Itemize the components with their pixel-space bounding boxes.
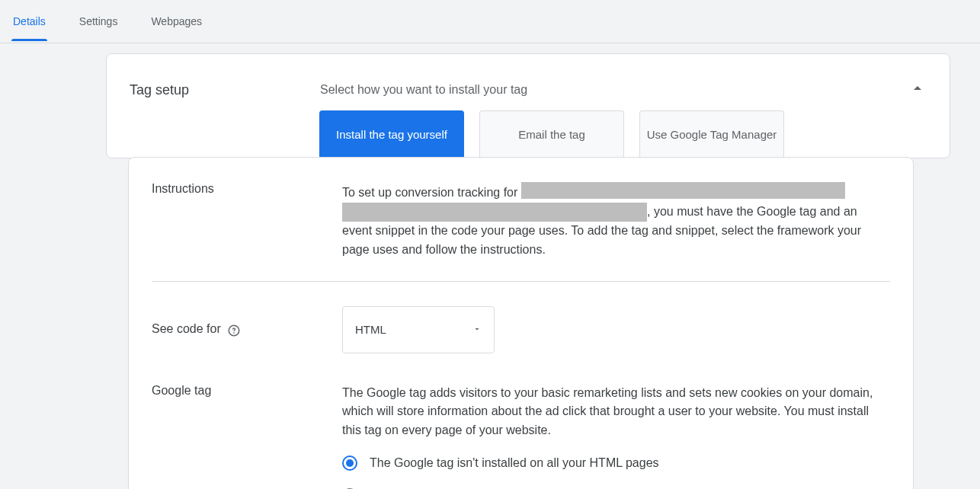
instructions-panel: Instructions To set up conversion tracki… <box>128 157 914 489</box>
chevron-up-icon[interactable] <box>908 79 927 101</box>
radio-icon <box>342 455 357 471</box>
framework-select[interactable]: HTML <box>342 306 495 353</box>
redacted-block <box>521 182 845 199</box>
see-code-section: See code for HTML <box>152 282 890 360</box>
method-install-yourself[interactable]: Install the tag yourself <box>319 110 464 158</box>
instructions-label: Instructions <box>152 182 342 260</box>
framework-select-value: HTML <box>355 321 386 338</box>
google-tag-label: Google tag <box>152 384 342 489</box>
install-method-tabs: Install the tag yourself Email the tag U… <box>319 110 950 158</box>
google-tag-description: The Google tag adds visitors to your bas… <box>342 384 875 440</box>
caret-down-icon <box>472 321 482 338</box>
google-tag-body: The Google tag adds visitors to your bas… <box>342 384 890 489</box>
google-tag-radio-group: The Google tag isn't installed on all yo… <box>342 454 875 489</box>
see-code-body: HTML <box>342 306 890 353</box>
tag-setup-card: Tag setup Select how you want to install… <box>106 53 950 158</box>
google-tag-section: Google tag The Google tag adds visitors … <box>152 360 890 489</box>
see-code-label: See code for <box>152 322 342 337</box>
tab-settings[interactable]: Settings <box>78 2 120 41</box>
card-title: Tag setup <box>130 82 320 98</box>
radio-tag-not-installed[interactable]: The Google tag isn't installed on all yo… <box>342 454 875 473</box>
card-subtitle: Select how you want to install your tag <box>320 83 527 97</box>
top-tab-bar: Details Settings Webpages <box>0 0 980 43</box>
redacted-block <box>342 203 647 222</box>
tab-details[interactable]: Details <box>11 2 47 41</box>
help-icon[interactable] <box>227 324 241 337</box>
see-code-label-text: See code for <box>152 322 221 336</box>
tab-webpages[interactable]: Webpages <box>149 2 203 41</box>
instructions-section: Instructions To set up conversion tracki… <box>152 158 890 266</box>
method-google-tag-manager[interactable]: Use Google Tag Manager <box>639 110 784 158</box>
instructions-text-pre: To set up conversion tracking for <box>342 186 521 199</box>
method-email-tag[interactable]: Email the tag <box>479 110 624 158</box>
card-header: Tag setup Select how you want to install… <box>107 54 950 110</box>
radio-label: The Google tag isn't installed on all yo… <box>370 454 659 473</box>
instructions-body: To set up conversion tracking for , you … <box>342 182 890 260</box>
